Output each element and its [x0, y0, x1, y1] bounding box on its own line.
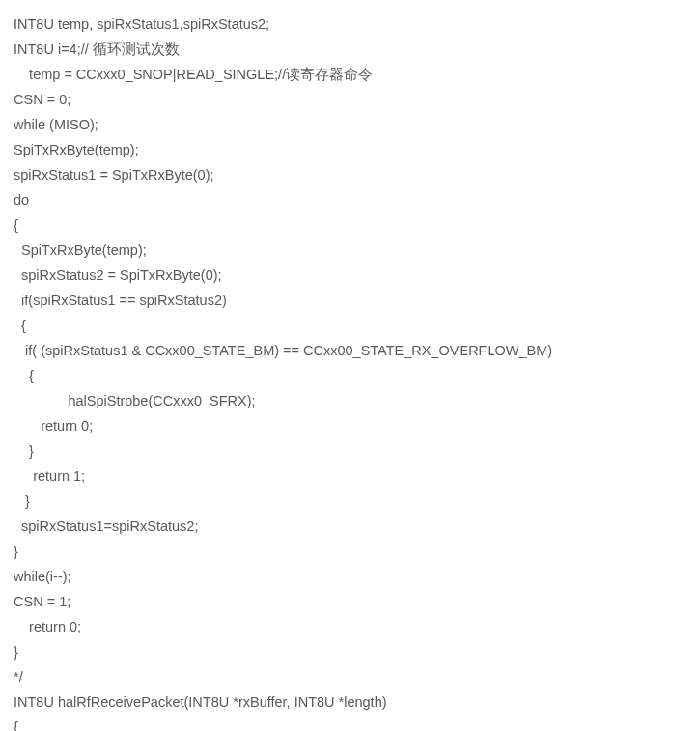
code-line: INT8U temp, spiRxStatus1,spiRxStatus2;	[14, 12, 686, 37]
code-line: spiRxStatus1 = SpiTxRxByte(0);	[14, 162, 686, 187]
code-line: halSpiStrobe(CCxxx0_SFRX);	[14, 388, 686, 413]
code-line: */	[14, 664, 686, 689]
code-line: {	[14, 715, 686, 731]
code-block: INT8U temp, spiRxStatus1,spiRxStatus2; I…	[14, 12, 686, 731]
code-line: {	[14, 363, 686, 388]
code-line: while(i--);	[14, 564, 686, 589]
code-line: temp = CCxxx0_SNOP|READ_SINGLE;//读寄存器命令	[14, 62, 686, 87]
code-line: if(spiRxStatus1 == spiRxStatus2)	[14, 288, 686, 313]
code-line: }	[14, 489, 686, 514]
code-line: if( (spiRxStatus1 & CCxx00_STATE_BM) == …	[14, 338, 686, 363]
code-line: {	[14, 212, 686, 238]
code-line: }	[14, 639, 686, 664]
code-line: spiRxStatus1=spiRxStatus2;	[14, 514, 686, 539]
code-line: return 0;	[14, 413, 686, 438]
code-line: INT8U i=4;// 循环测试次数	[14, 37, 686, 62]
code-line: {	[14, 313, 686, 338]
code-line: INT8U halRfReceivePacket(INT8U *rxBuffer…	[14, 689, 686, 715]
code-line: spiRxStatus2 = SpiTxRxByte(0);	[14, 263, 686, 288]
code-line: }	[14, 539, 686, 564]
code-line: return 0;	[14, 614, 686, 639]
code-line: do	[14, 187, 686, 212]
code-line: }	[14, 438, 686, 464]
code-line: return 1;	[14, 464, 686, 489]
code-line: CSN = 0;	[14, 87, 686, 112]
code-line: SpiTxRxByte(temp);	[14, 137, 686, 162]
code-line: while (MISO);	[14, 112, 686, 137]
code-line: SpiTxRxByte(temp);	[14, 238, 686, 263]
code-line: CSN = 1;	[14, 589, 686, 614]
